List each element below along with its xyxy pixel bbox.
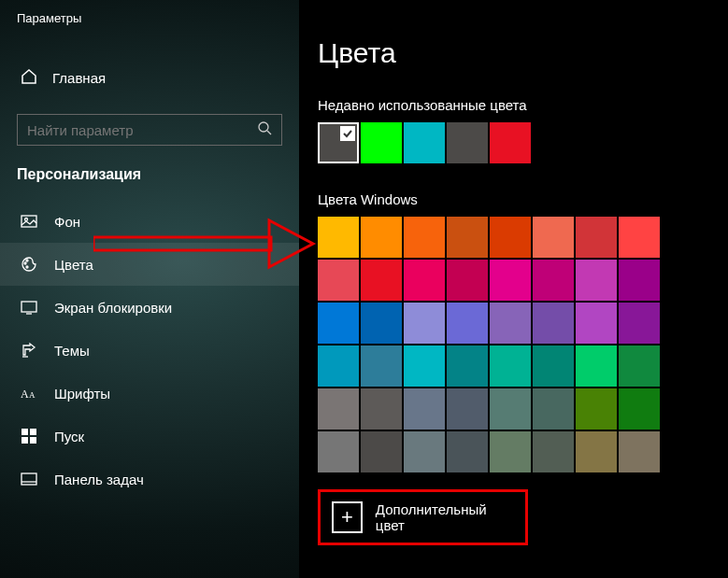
color-swatch[interactable] xyxy=(318,345,359,387)
color-swatch[interactable] xyxy=(533,260,574,301)
color-swatch[interactable] xyxy=(490,345,531,387)
windows-colors-grid xyxy=(318,217,728,472)
nav-label: Шрифты xyxy=(54,386,110,402)
color-swatch[interactable] xyxy=(576,345,617,387)
color-swatch[interactable] xyxy=(361,345,402,387)
nav-background[interactable]: Фон xyxy=(0,200,299,243)
color-swatch[interactable] xyxy=(318,260,359,301)
color-swatch[interactable] xyxy=(533,388,574,430)
color-swatch[interactable] xyxy=(619,345,660,387)
color-swatch[interactable] xyxy=(490,303,531,344)
home-icon xyxy=(21,68,37,88)
nav-taskbar[interactable]: Панель задач xyxy=(0,458,299,500)
svg-point-3 xyxy=(25,219,28,221)
svg-rect-13 xyxy=(30,429,36,435)
nav-label: Панель задач xyxy=(54,472,144,487)
color-swatch[interactable] xyxy=(361,303,402,344)
svg-point-0 xyxy=(259,122,268,132)
recent-color-swatch[interactable] xyxy=(447,122,488,163)
color-swatch[interactable] xyxy=(404,345,445,387)
color-swatch[interactable] xyxy=(318,388,359,430)
nav-start[interactable]: Пуск xyxy=(0,415,299,458)
color-swatch[interactable] xyxy=(490,217,531,258)
color-swatch[interactable] xyxy=(447,303,488,344)
color-swatch[interactable] xyxy=(447,388,488,430)
palette-icon xyxy=(21,256,37,273)
nav-lockscreen[interactable]: Экран блокировки xyxy=(0,286,299,329)
svg-point-6 xyxy=(26,266,28,268)
windows-colors-title: Цвета Windows xyxy=(318,191,728,207)
svg-point-5 xyxy=(26,260,28,261)
color-swatch[interactable] xyxy=(490,260,531,301)
color-swatch[interactable] xyxy=(576,260,617,301)
fonts-icon: AA xyxy=(21,385,37,402)
section-title: Персонализация xyxy=(0,162,299,200)
page-title: Цвета xyxy=(318,37,728,69)
taskbar-icon xyxy=(21,471,37,487)
nav-fonts[interactable]: AA Шрифты xyxy=(0,372,299,415)
color-swatch[interactable] xyxy=(404,303,445,344)
color-swatch[interactable] xyxy=(447,217,488,258)
nav-label: Фон xyxy=(54,214,80,230)
color-swatch[interactable] xyxy=(533,431,574,472)
nav-themes[interactable]: Темы xyxy=(0,329,299,372)
color-swatch[interactable] xyxy=(619,431,660,472)
color-swatch[interactable] xyxy=(533,345,574,387)
recent-colors-title: Недавно использованные цвета xyxy=(318,97,728,113)
color-swatch[interactable] xyxy=(576,303,617,344)
app-title: Параметры xyxy=(0,0,299,36)
svg-rect-14 xyxy=(21,437,28,444)
check-icon xyxy=(340,126,355,141)
custom-color-button[interactable]: + Дополнительный цвет xyxy=(318,489,528,545)
recent-color-swatch[interactable] xyxy=(361,122,402,163)
color-swatch[interactable] xyxy=(318,217,359,258)
svg-rect-12 xyxy=(21,429,28,435)
lockscreen-icon xyxy=(21,299,37,316)
color-swatch[interactable] xyxy=(318,431,359,472)
color-swatch[interactable] xyxy=(447,431,488,472)
color-swatch[interactable] xyxy=(361,260,402,301)
color-swatch[interactable] xyxy=(619,217,660,258)
color-swatch[interactable] xyxy=(404,431,445,472)
search-box[interactable] xyxy=(17,114,282,146)
nav-home[interactable]: Главная xyxy=(0,55,299,101)
search-input[interactable] xyxy=(27,122,236,138)
svg-text:A: A xyxy=(21,388,29,400)
svg-text:A: A xyxy=(29,390,36,400)
color-swatch[interactable] xyxy=(447,345,488,387)
color-swatch[interactable] xyxy=(361,388,402,430)
color-swatch[interactable] xyxy=(576,217,617,258)
color-swatch[interactable] xyxy=(533,303,574,344)
color-swatch[interactable] xyxy=(576,431,617,472)
svg-point-4 xyxy=(24,262,26,264)
color-swatch[interactable] xyxy=(619,388,660,430)
svg-line-1 xyxy=(267,131,271,134)
color-swatch[interactable] xyxy=(490,431,531,472)
recent-color-swatch[interactable] xyxy=(318,122,359,163)
color-swatch[interactable] xyxy=(619,260,660,301)
color-swatch[interactable] xyxy=(318,303,359,344)
custom-color-label: Дополнительный цвет xyxy=(376,501,514,533)
color-swatch[interactable] xyxy=(619,303,660,344)
picture-icon xyxy=(21,213,37,230)
themes-icon xyxy=(21,342,37,359)
svg-rect-16 xyxy=(21,473,36,485)
color-swatch[interactable] xyxy=(404,388,445,430)
color-swatch[interactable] xyxy=(447,260,488,301)
color-swatch[interactable] xyxy=(404,217,445,258)
svg-rect-15 xyxy=(30,437,36,444)
color-swatch[interactable] xyxy=(404,260,445,301)
nav-colors[interactable]: Цвета xyxy=(0,243,299,286)
color-swatch[interactable] xyxy=(490,388,531,430)
color-swatch[interactable] xyxy=(533,217,574,258)
color-swatch[interactable] xyxy=(361,431,402,472)
nav-label: Цвета xyxy=(54,257,93,273)
recent-color-swatch[interactable] xyxy=(404,122,445,163)
start-icon xyxy=(21,428,37,444)
nav-label: Пуск xyxy=(54,429,84,444)
color-swatch[interactable] xyxy=(576,388,617,430)
recent-color-swatch[interactable] xyxy=(490,122,531,163)
nav-label: Темы xyxy=(54,343,90,359)
color-swatch[interactable] xyxy=(361,217,402,258)
nav-label: Экран блокировки xyxy=(54,300,172,316)
